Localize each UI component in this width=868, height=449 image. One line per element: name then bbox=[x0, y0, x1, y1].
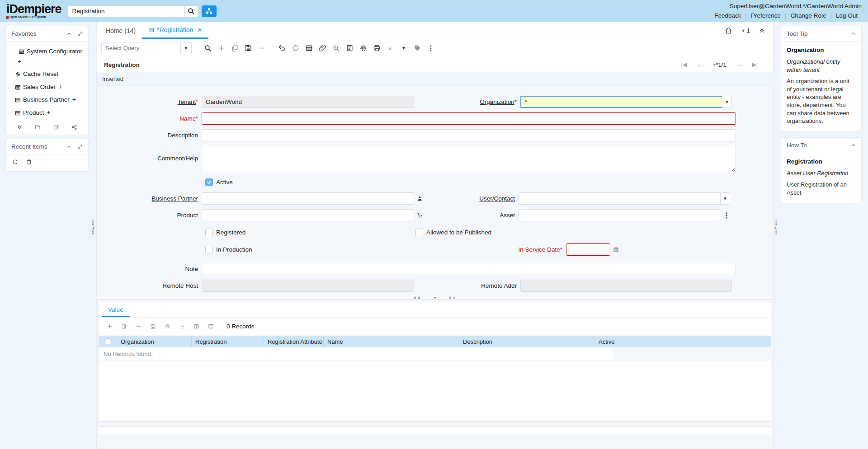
detail-customize-grid-button[interactable] bbox=[204, 319, 217, 333]
select-query-dropdown-icon[interactable]: ▼ bbox=[180, 42, 192, 54]
note-field[interactable] bbox=[202, 263, 736, 275]
toggle-grid-button[interactable] bbox=[302, 42, 316, 55]
global-search-button[interactable] bbox=[184, 5, 198, 17]
global-search-input[interactable] bbox=[68, 5, 184, 17]
share-icon[interactable] bbox=[71, 124, 77, 130]
feedback-link[interactable]: Feedback bbox=[710, 11, 745, 20]
zoom-across-button[interactable] bbox=[329, 42, 343, 55]
delete-record-button[interactable] bbox=[255, 42, 269, 55]
attachment-button[interactable] bbox=[316, 42, 329, 55]
requery-button[interactable] bbox=[288, 42, 302, 55]
preference-link[interactable]: Preference bbox=[747, 11, 785, 20]
column-header-active[interactable]: Active bbox=[595, 336, 771, 347]
organization-field[interactable] bbox=[520, 96, 722, 108]
detail-record-button[interactable]: ▼ bbox=[397, 42, 410, 55]
save-button[interactable] bbox=[241, 42, 255, 55]
detail-quick-form-button[interactable] bbox=[175, 319, 189, 333]
select-all-checkbox[interactable] bbox=[104, 338, 111, 345]
product-field[interactable] bbox=[202, 209, 414, 221]
detail-edit-button[interactable] bbox=[117, 319, 131, 333]
detail-new-button[interactable] bbox=[103, 319, 116, 333]
copy-record-button[interactable] bbox=[228, 42, 241, 55]
record-position[interactable]: +*1/1 bbox=[712, 61, 726, 68]
allowed-to-be-published-checkbox[interactable] bbox=[415, 229, 423, 236]
menu-tree-button[interactable] bbox=[202, 5, 217, 17]
column-header-registration[interactable]: Registration bbox=[192, 336, 264, 347]
first-record-icon[interactable]: |◀ bbox=[681, 61, 687, 68]
comment-help-field[interactable] bbox=[202, 146, 736, 172]
detail-tab-value[interactable]: Value bbox=[102, 302, 130, 317]
asset-more-icon[interactable]: ⋮ bbox=[723, 211, 730, 220]
tab-home[interactable]: Home (14) bbox=[99, 23, 142, 38]
clear-recent-trash-icon[interactable] bbox=[26, 159, 32, 165]
new-record-shortcut[interactable]: + bbox=[58, 83, 62, 90]
detail-process-button[interactable] bbox=[160, 319, 174, 333]
favorite-item-system-configurator[interactable]: System Configurator + bbox=[9, 45, 85, 68]
active-checkbox[interactable] bbox=[205, 178, 213, 186]
description-field[interactable] bbox=[202, 129, 736, 141]
new-record-button[interactable] bbox=[214, 42, 228, 55]
collapse-howto-icon[interactable] bbox=[851, 143, 856, 148]
label-tag-button[interactable] bbox=[410, 42, 424, 55]
collapse-tooltip-icon[interactable] bbox=[851, 31, 856, 36]
more-options-button[interactable]: ⋮ bbox=[424, 42, 438, 55]
new-record-shortcut[interactable]: + bbox=[18, 58, 21, 65]
column-header-organization[interactable]: Organization bbox=[117, 336, 192, 347]
previous-record-icon[interactable]: ← bbox=[697, 61, 703, 68]
favorite-item-cache-reset[interactable]: Cache Reset bbox=[9, 68, 85, 80]
business-partner-field[interactable] bbox=[202, 192, 414, 205]
collapse-all-icon[interactable] bbox=[17, 124, 23, 130]
next-record-icon[interactable]: → bbox=[736, 61, 742, 68]
new-record-shortcut[interactable]: + bbox=[47, 109, 51, 116]
undo-button[interactable] bbox=[275, 42, 288, 55]
new-record-shortcut[interactable]: + bbox=[72, 96, 76, 103]
column-header-name[interactable]: Name bbox=[324, 336, 459, 347]
collapse-favorites-icon[interactable] bbox=[66, 31, 71, 36]
detail-save-button[interactable] bbox=[146, 319, 160, 333]
organization-dropdown-icon[interactable]: ▼ bbox=[722, 96, 732, 108]
column-header-registration-attribute[interactable]: Registration Attribute bbox=[264, 336, 324, 347]
column-header-description[interactable]: Description bbox=[459, 336, 595, 347]
expand-favorites-icon[interactable] bbox=[78, 31, 83, 36]
columns-icon bbox=[193, 323, 199, 329]
calendar-icon[interactable] bbox=[613, 247, 619, 253]
in-service-date-field[interactable] bbox=[566, 243, 610, 256]
log-out-link[interactable]: Log Out bbox=[832, 11, 862, 20]
user-contact-dropdown-icon[interactable]: ▼ bbox=[720, 192, 730, 205]
product-cart-icon[interactable] bbox=[417, 212, 423, 218]
open-windows-selector[interactable]: ▼1 bbox=[741, 27, 750, 34]
registered-checkbox[interactable] bbox=[205, 229, 213, 236]
favorite-item-business-partner[interactable]: Business Partner+ bbox=[9, 93, 85, 106]
detail-toggle-panel-button[interactable] bbox=[189, 319, 203, 333]
last-record-icon[interactable]: ▶| bbox=[752, 61, 758, 68]
asset-field[interactable] bbox=[519, 209, 720, 221]
splitter-collapse-icon[interactable]: ▼ bbox=[433, 296, 437, 300]
detail-delete-button[interactable] bbox=[132, 319, 145, 333]
folder-icon[interactable] bbox=[35, 124, 41, 130]
select-query-input[interactable] bbox=[101, 42, 180, 54]
close-tab-icon[interactable]: ✕ bbox=[197, 27, 202, 33]
name-field[interactable] bbox=[202, 112, 736, 125]
find-record-button[interactable] bbox=[201, 42, 214, 55]
asset-label: Asset bbox=[423, 212, 519, 219]
process-button[interactable] bbox=[356, 42, 370, 55]
parent-record-button[interactable]: ▲ bbox=[383, 42, 397, 55]
right-splitter-grip[interactable]: ⣿⣿▸⣿⣿ bbox=[774, 221, 778, 234]
refresh-recent-icon[interactable] bbox=[12, 159, 18, 165]
collapse-all-panels-icon[interactable] bbox=[759, 28, 765, 33]
home-icon[interactable] bbox=[725, 27, 732, 34]
change-role-link[interactable]: Change Role bbox=[787, 11, 830, 20]
tab-registration[interactable]: *Registration ✕ bbox=[142, 22, 208, 39]
favorite-item-product[interactable]: Product+ bbox=[9, 106, 85, 119]
business-partner-person-icon[interactable] bbox=[417, 196, 423, 201]
favorite-item-sales-order[interactable]: Sales Order+ bbox=[9, 80, 85, 94]
expand-recent-icon[interactable] bbox=[78, 144, 83, 149]
horizontal-splitter[interactable]: ⠿⠿ ▼ ⠿⠿ bbox=[97, 296, 773, 300]
collapse-recent-icon[interactable] bbox=[66, 144, 71, 149]
print-button[interactable] bbox=[370, 42, 383, 55]
left-splitter-grip[interactable]: ⣿⣿◂⣿⣿ bbox=[91, 221, 95, 234]
in-production-checkbox[interactable] bbox=[205, 246, 213, 253]
edit-favorites-icon[interactable] bbox=[53, 124, 59, 130]
user-contact-field[interactable] bbox=[519, 192, 720, 205]
report-button[interactable] bbox=[343, 42, 356, 55]
